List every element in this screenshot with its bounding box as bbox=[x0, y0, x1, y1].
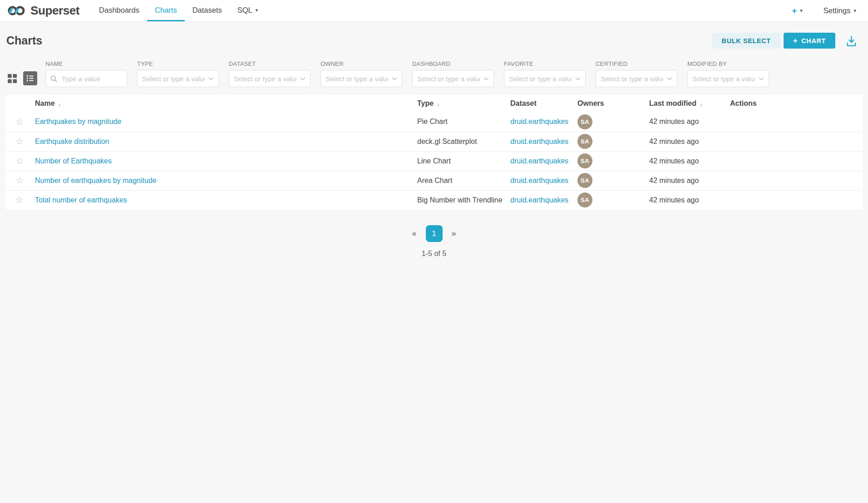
superset-infinity-icon bbox=[7, 4, 26, 17]
pagination: « 1 » bbox=[0, 225, 868, 242]
select-placeholder: Select or type a value bbox=[326, 75, 388, 83]
settings-label: Settings bbox=[824, 6, 851, 15]
chevron-down-icon bbox=[300, 77, 306, 80]
dataset-cell: druid.earthquakes bbox=[509, 112, 576, 132]
select-placeholder: Select or type a value bbox=[417, 75, 480, 83]
filter-favorite-select[interactable]: Select or type a value bbox=[504, 70, 586, 87]
filter-certified: CERTIFIEDSelect or type a value bbox=[596, 60, 677, 87]
page-1-button[interactable]: 1 bbox=[426, 225, 443, 242]
owner-avatar[interactable]: SA bbox=[577, 153, 592, 168]
column-header-last-modified[interactable]: Last modified▲▼ bbox=[648, 95, 729, 112]
superset-logo[interactable]: Superset bbox=[7, 0, 79, 21]
table-row: ☆Earthquakes by magnitudePie Chartdruid.… bbox=[5, 112, 863, 132]
filter-modified-by-select[interactable]: Select or type a value bbox=[687, 70, 769, 87]
navbar-right: + ▾ Settings ▾ bbox=[792, 0, 856, 21]
star-icon[interactable]: ☆ bbox=[15, 175, 24, 185]
filter-name-input[interactable] bbox=[61, 74, 122, 83]
name-cell: Total number of earthquakes bbox=[34, 190, 416, 210]
owners-cell: SA bbox=[576, 112, 648, 132]
settings-menu[interactable]: Settings ▾ bbox=[824, 6, 856, 15]
column-header-type[interactable]: Type▲▼ bbox=[416, 95, 509, 112]
subheader-actions: BULK SELECT + CHART bbox=[712, 33, 863, 49]
bulk-select-button[interactable]: BULK SELECT bbox=[712, 33, 780, 49]
type-cell: Line Chart bbox=[416, 151, 509, 171]
card-view-toggle[interactable] bbox=[7, 74, 17, 84]
star-icon[interactable]: ☆ bbox=[15, 136, 24, 146]
type-cell: Big Number with Trendline bbox=[416, 190, 509, 210]
nav-item-datasets[interactable]: Datasets bbox=[185, 0, 230, 21]
table-row: ☆Total number of earthquakesBig Number w… bbox=[5, 190, 863, 210]
chevron-down-icon bbox=[392, 77, 397, 80]
last-modified-cell: 42 minutes ago bbox=[648, 190, 729, 210]
chart-name-link[interactable]: Earthquake distribution bbox=[35, 138, 109, 145]
last-modified-cell: 42 minutes ago bbox=[648, 132, 729, 151]
download-icon bbox=[845, 35, 858, 48]
import-charts-button[interactable] bbox=[838, 34, 863, 48]
column-label: Owners bbox=[577, 99, 604, 107]
favorite-cell: ☆ bbox=[5, 112, 34, 132]
last-modified: 42 minutes ago bbox=[649, 196, 699, 204]
filter-owner-select[interactable]: Select or type a value bbox=[321, 70, 402, 87]
star-icon[interactable]: ☆ bbox=[15, 156, 24, 166]
dataset-link[interactable]: druid.earthquakes bbox=[510, 196, 568, 204]
chart-type: Line Chart bbox=[417, 157, 451, 165]
chart-type: deck.gl Scatterplot bbox=[417, 138, 477, 145]
caret-down-icon: ▾ bbox=[853, 8, 856, 14]
sort-desc-icon: ▼ bbox=[437, 105, 440, 107]
star-icon[interactable]: ☆ bbox=[15, 117, 24, 127]
owner-avatar[interactable]: SA bbox=[577, 192, 592, 207]
owner-avatar[interactable]: SA bbox=[577, 134, 592, 149]
filter-label: DATASET bbox=[229, 60, 311, 67]
dataset-cell: druid.earthquakes bbox=[509, 171, 576, 190]
chart-name-link[interactable]: Number of earthquakes by magnitude bbox=[35, 177, 157, 184]
dataset-cell: druid.earthquakes bbox=[509, 190, 576, 210]
chart-name-link[interactable]: Number of Earthquakes bbox=[35, 157, 112, 165]
name-cell: Earthquake distribution bbox=[34, 132, 416, 151]
nav-item-dashboards[interactable]: Dashboards bbox=[91, 0, 147, 21]
chevron-down-icon bbox=[667, 77, 672, 80]
column-header-name[interactable]: Name▲▼ bbox=[34, 95, 416, 112]
dataset-link[interactable]: druid.earthquakes bbox=[510, 177, 568, 184]
list-view-toggle[interactable] bbox=[23, 71, 37, 85]
filter-dataset-select[interactable]: Select or type a value bbox=[229, 70, 311, 87]
dataset-link[interactable]: druid.earthquakes bbox=[510, 118, 568, 125]
filter-favorite: FAVORITESelect or type a value bbox=[504, 60, 586, 87]
nav-item-sql[interactable]: SQL▾ bbox=[230, 0, 266, 21]
filter-owner: OWNERSelect or type a value bbox=[321, 60, 402, 87]
name-cell: Number of earthquakes by magnitude bbox=[34, 171, 416, 190]
sort-icon[interactable]: ▲▼ bbox=[700, 103, 703, 107]
chart-name-link[interactable]: Total number of earthquakes bbox=[35, 196, 127, 204]
owner-avatar[interactable]: SA bbox=[577, 173, 592, 188]
owner-initials: SA bbox=[581, 158, 589, 164]
chart-name-link[interactable]: Earthquakes by magnitude bbox=[35, 118, 121, 125]
last-modified-cell: 42 minutes ago bbox=[648, 151, 729, 171]
dataset-link[interactable]: druid.earthquakes bbox=[510, 157, 568, 165]
nav-item-label: Charts bbox=[155, 6, 177, 15]
column-label: Dataset bbox=[510, 99, 537, 107]
type-cell: deck.gl Scatterplot bbox=[416, 132, 509, 151]
sort-icon[interactable]: ▲▼ bbox=[437, 103, 440, 107]
filter-label: MODIFIED BY bbox=[687, 60, 769, 67]
filter-bar: NAMETYPESelect or type a valueDATASETSel… bbox=[0, 57, 868, 87]
filter-dataset: DATASETSelect or type a value bbox=[229, 60, 311, 87]
add-chart-button[interactable]: + CHART bbox=[784, 33, 835, 49]
actions-cell bbox=[729, 112, 863, 132]
star-icon[interactable]: ☆ bbox=[15, 195, 24, 205]
dataset-link[interactable]: druid.earthquakes bbox=[510, 138, 568, 145]
column-label: Actions bbox=[730, 99, 757, 107]
brand-name: Superset bbox=[30, 4, 79, 18]
filter-certified-select[interactable]: Select or type a value bbox=[596, 70, 677, 87]
owners-cell: SA bbox=[576, 151, 648, 171]
filter-type-select[interactable]: Select or type a value bbox=[137, 70, 219, 87]
favorite-cell: ☆ bbox=[5, 132, 34, 151]
next-page-button[interactable]: » bbox=[448, 227, 460, 240]
prev-page-button[interactable]: « bbox=[408, 227, 420, 240]
new-item-menu[interactable]: + ▾ bbox=[792, 6, 803, 16]
sort-icon[interactable]: ▲▼ bbox=[58, 103, 61, 107]
owners-cell: SA bbox=[576, 190, 648, 210]
table-body: ☆Earthquakes by magnitudePie Chartdruid.… bbox=[5, 112, 863, 210]
owner-avatar[interactable]: SA bbox=[577, 114, 592, 129]
pagination-summary: 1-5 of 5 bbox=[0, 250, 868, 258]
filter-dashboard-select[interactable]: Select or type a value bbox=[412, 70, 494, 87]
nav-item-charts[interactable]: Charts bbox=[147, 0, 185, 21]
